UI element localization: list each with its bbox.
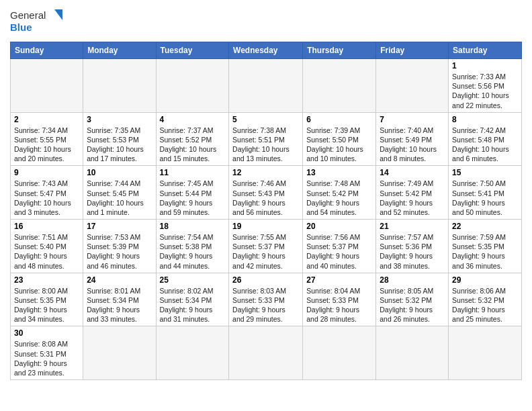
calendar-cell: [11, 59, 83, 113]
svg-text:General: General: [10, 9, 46, 21]
day-number: 26: [232, 275, 299, 285]
day-number: 3: [87, 115, 152, 124]
day-number: 4: [160, 115, 226, 124]
day-number: 28: [380, 275, 445, 285]
calendar-cell: [376, 59, 449, 113]
calendar-cell: 20Sunrise: 7:56 AM Sunset: 5:37 PM Dayli…: [303, 220, 376, 273]
calendar-cell: 10Sunrise: 7:44 AM Sunset: 5:45 PM Dayli…: [83, 166, 156, 220]
day-info: Sunrise: 7:42 AM Sunset: 5:48 PM Dayligh…: [452, 126, 518, 164]
week-row-1: 1Sunrise: 7:33 AM Sunset: 5:56 PM Daylig…: [11, 59, 522, 113]
calendar-cell: 7Sunrise: 7:40 AM Sunset: 5:49 PM Daylig…: [376, 112, 449, 166]
calendar-cell: 11Sunrise: 7:45 AM Sunset: 5:44 PM Dayli…: [156, 166, 229, 220]
day-info: Sunrise: 7:39 AM Sunset: 5:50 PM Dayligh…: [306, 126, 372, 164]
day-number: 11: [160, 168, 226, 177]
week-row-4: 16Sunrise: 7:51 AM Sunset: 5:40 PM Dayli…: [11, 220, 522, 273]
day-info: Sunrise: 7:45 AM Sunset: 5:44 PM Dayligh…: [160, 179, 226, 217]
day-info: Sunrise: 8:03 AM Sunset: 5:33 PM Dayligh…: [232, 286, 299, 324]
weekday-header-monday: Monday: [83, 42, 156, 59]
day-number: 5: [232, 115, 299, 124]
day-number: 29: [452, 275, 518, 285]
day-info: Sunrise: 7:46 AM Sunset: 5:43 PM Dayligh…: [232, 179, 299, 217]
calendar-cell: [83, 59, 156, 113]
weekday-header-thursday: Thursday: [303, 42, 376, 59]
calendar-cell: [303, 326, 376, 380]
logo: General Blue: [10, 7, 64, 36]
week-row-2: 2Sunrise: 7:34 AM Sunset: 5:55 PM Daylig…: [11, 112, 522, 166]
day-number: 20: [306, 222, 372, 231]
day-number: 18: [160, 222, 226, 231]
calendar-cell: 18Sunrise: 7:54 AM Sunset: 5:38 PM Dayli…: [156, 220, 229, 273]
day-info: Sunrise: 7:55 AM Sunset: 5:37 PM Dayligh…: [232, 232, 299, 271]
calendar-cell: [229, 59, 303, 113]
calendar-cell: [156, 59, 229, 113]
calendar-cell: [83, 326, 156, 380]
calendar-cell: 15Sunrise: 7:50 AM Sunset: 5:41 PM Dayli…: [449, 166, 522, 220]
generalblue-logo-icon: General Blue: [10, 7, 64, 36]
calendar-cell: 19Sunrise: 7:55 AM Sunset: 5:37 PM Dayli…: [229, 220, 303, 273]
day-info: Sunrise: 7:59 AM Sunset: 5:35 PM Dayligh…: [452, 232, 518, 271]
day-info: Sunrise: 7:50 AM Sunset: 5:41 PM Dayligh…: [452, 179, 518, 217]
weekday-header-friday: Friday: [376, 42, 449, 59]
day-info: Sunrise: 7:38 AM Sunset: 5:51 PM Dayligh…: [232, 126, 299, 164]
calendar-cell: 4Sunrise: 7:37 AM Sunset: 5:52 PM Daylig…: [156, 112, 229, 166]
calendar-cell: [376, 326, 449, 380]
weekday-header-row: SundayMondayTuesdayWednesdayThursdayFrid…: [11, 42, 522, 59]
calendar-cell: 6Sunrise: 7:39 AM Sunset: 5:50 PM Daylig…: [303, 112, 376, 166]
day-info: Sunrise: 8:01 AM Sunset: 5:34 PM Dayligh…: [87, 286, 152, 324]
day-number: 19: [232, 222, 299, 231]
day-number: 16: [14, 222, 79, 231]
day-info: Sunrise: 7:53 AM Sunset: 5:39 PM Dayligh…: [87, 232, 152, 271]
week-row-5: 23Sunrise: 8:00 AM Sunset: 5:35 PM Dayli…: [11, 273, 522, 326]
day-info: Sunrise: 7:57 AM Sunset: 5:36 PM Dayligh…: [380, 232, 445, 271]
calendar-cell: [449, 326, 522, 380]
day-info: Sunrise: 8:06 AM Sunset: 5:32 PM Dayligh…: [452, 286, 518, 324]
day-number: 27: [306, 275, 372, 285]
day-info: Sunrise: 7:43 AM Sunset: 5:47 PM Dayligh…: [14, 179, 79, 217]
day-info: Sunrise: 7:44 AM Sunset: 5:45 PM Dayligh…: [87, 179, 152, 217]
day-number: 22: [452, 222, 518, 231]
calendar-cell: 2Sunrise: 7:34 AM Sunset: 5:55 PM Daylig…: [11, 112, 83, 166]
weekday-header-tuesday: Tuesday: [156, 42, 229, 59]
calendar-cell: 22Sunrise: 7:59 AM Sunset: 5:35 PM Dayli…: [449, 220, 522, 273]
week-row-6: 30Sunrise: 8:08 AM Sunset: 5:31 PM Dayli…: [11, 326, 522, 380]
svg-text:Blue: Blue: [10, 21, 32, 33]
day-number: 7: [380, 115, 445, 124]
svg-marker-2: [54, 9, 62, 20]
day-number: 9: [14, 168, 79, 177]
day-number: 15: [452, 168, 518, 177]
day-info: Sunrise: 8:00 AM Sunset: 5:35 PM Dayligh…: [14, 286, 79, 324]
day-info: Sunrise: 7:49 AM Sunset: 5:42 PM Dayligh…: [380, 179, 445, 217]
calendar-cell: 30Sunrise: 8:08 AM Sunset: 5:31 PM Dayli…: [11, 326, 83, 380]
calendar-cell: [229, 326, 303, 380]
weekday-header-saturday: Saturday: [449, 42, 522, 59]
day-info: Sunrise: 7:35 AM Sunset: 5:53 PM Dayligh…: [87, 126, 152, 164]
day-number: 25: [160, 275, 226, 285]
calendar-cell: 26Sunrise: 8:03 AM Sunset: 5:33 PM Dayli…: [229, 273, 303, 326]
calendar-cell: 8Sunrise: 7:42 AM Sunset: 5:48 PM Daylig…: [449, 112, 522, 166]
calendar-cell: 21Sunrise: 7:57 AM Sunset: 5:36 PM Dayli…: [376, 220, 449, 273]
calendar-cell: 17Sunrise: 7:53 AM Sunset: 5:39 PM Dayli…: [83, 220, 156, 273]
calendar-cell: 3Sunrise: 7:35 AM Sunset: 5:53 PM Daylig…: [83, 112, 156, 166]
day-number: 17: [87, 222, 152, 231]
week-row-3: 9Sunrise: 7:43 AM Sunset: 5:47 PM Daylig…: [11, 166, 522, 220]
calendar-cell: 12Sunrise: 7:46 AM Sunset: 5:43 PM Dayli…: [229, 166, 303, 220]
day-number: 30: [14, 328, 79, 338]
day-info: Sunrise: 8:08 AM Sunset: 5:31 PM Dayligh…: [14, 339, 79, 377]
day-info: Sunrise: 7:40 AM Sunset: 5:49 PM Dayligh…: [380, 126, 445, 164]
calendar-cell: 27Sunrise: 8:04 AM Sunset: 5:33 PM Dayli…: [303, 273, 376, 326]
day-info: Sunrise: 8:04 AM Sunset: 5:33 PM Dayligh…: [306, 286, 372, 324]
calendar-cell: 28Sunrise: 8:05 AM Sunset: 5:32 PM Dayli…: [376, 273, 449, 326]
day-number: 8: [452, 115, 518, 124]
day-number: 21: [380, 222, 445, 231]
day-number: 14: [380, 168, 445, 177]
day-info: Sunrise: 8:02 AM Sunset: 5:34 PM Dayligh…: [160, 286, 226, 324]
calendar-cell: 24Sunrise: 8:01 AM Sunset: 5:34 PM Dayli…: [83, 273, 156, 326]
day-info: Sunrise: 7:56 AM Sunset: 5:37 PM Dayligh…: [306, 232, 372, 271]
calendar-cell: 29Sunrise: 8:06 AM Sunset: 5:32 PM Dayli…: [449, 273, 522, 326]
day-info: Sunrise: 7:48 AM Sunset: 5:42 PM Dayligh…: [306, 179, 372, 217]
page: General Blue SundayMondayTuesdayWednesda…: [0, 0, 532, 411]
calendar-cell: 14Sunrise: 7:49 AM Sunset: 5:42 PM Dayli…: [376, 166, 449, 220]
day-number: 10: [87, 168, 152, 177]
calendar-cell: [156, 326, 229, 380]
calendar-cell: 1Sunrise: 7:33 AM Sunset: 5:56 PM Daylig…: [449, 59, 522, 113]
